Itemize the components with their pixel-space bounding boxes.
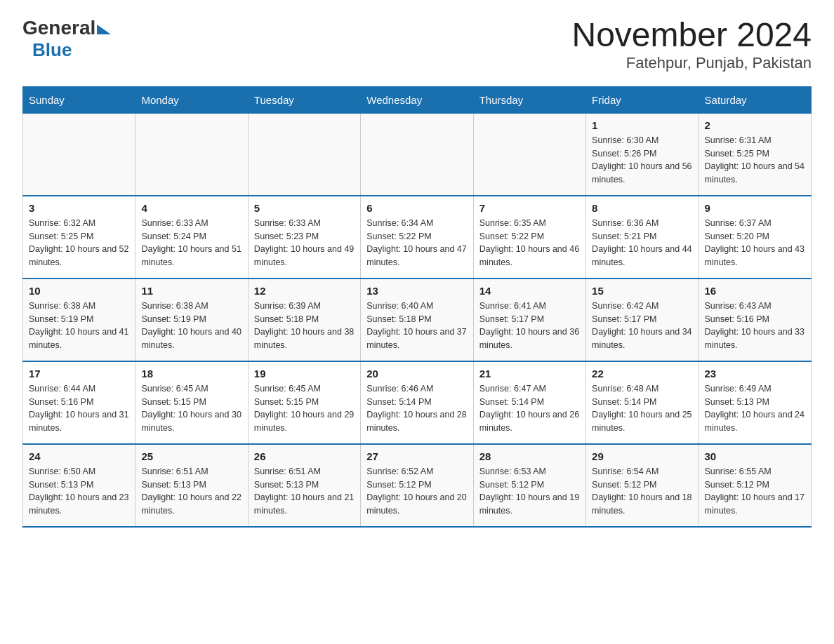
calendar-header-thursday: Thursday — [473, 86, 585, 113]
day-info: Sunrise: 6:54 AM Sunset: 5:12 PM Dayligh… — [592, 465, 692, 518]
calendar-day-cell: 9Sunrise: 6:37 AM Sunset: 5:20 PM Daylig… — [699, 196, 811, 279]
logo-triangle-icon — [97, 25, 111, 34]
calendar-day-cell: 23Sunrise: 6:49 AM Sunset: 5:13 PM Dayli… — [699, 361, 811, 444]
day-info: Sunrise: 6:30 AM Sunset: 5:26 PM Dayligh… — [592, 134, 692, 187]
calendar-day-cell: 2Sunrise: 6:31 AM Sunset: 5:25 PM Daylig… — [699, 113, 811, 196]
calendar-day-cell: 20Sunrise: 6:46 AM Sunset: 5:14 PM Dayli… — [361, 361, 473, 444]
day-info: Sunrise: 6:45 AM Sunset: 5:15 PM Dayligh… — [141, 382, 241, 435]
day-number: 30 — [705, 450, 805, 462]
day-info: Sunrise: 6:36 AM Sunset: 5:21 PM Dayligh… — [592, 217, 692, 269]
day-info: Sunrise: 6:35 AM Sunset: 5:22 PM Dayligh… — [479, 217, 580, 269]
day-number: 22 — [592, 368, 692, 380]
day-number: 26 — [254, 450, 355, 462]
day-number: 27 — [366, 450, 467, 462]
calendar-day-cell: 5Sunrise: 6:33 AM Sunset: 5:23 PM Daylig… — [248, 196, 360, 279]
day-number: 5 — [254, 202, 355, 214]
day-number: 19 — [254, 368, 355, 380]
day-number: 2 — [705, 119, 805, 131]
day-info: Sunrise: 6:41 AM Sunset: 5:17 PM Dayligh… — [479, 300, 580, 352]
day-info: Sunrise: 6:51 AM Sunset: 5:13 PM Dayligh… — [141, 465, 241, 518]
calendar-header-saturday: Saturday — [699, 86, 811, 113]
calendar-header-monday: Monday — [135, 86, 248, 113]
day-number: 20 — [366, 368, 467, 380]
title-block: November 2024 Fatehpur, Punjab, Pakistan — [571, 17, 812, 72]
day-number: 11 — [141, 285, 241, 297]
calendar-day-cell: 3Sunrise: 6:32 AM Sunset: 5:25 PM Daylig… — [23, 196, 135, 279]
calendar-day-cell: 22Sunrise: 6:48 AM Sunset: 5:14 PM Dayli… — [586, 361, 699, 444]
day-info: Sunrise: 6:49 AM Sunset: 5:13 PM Dayligh… — [705, 382, 805, 435]
day-number: 28 — [479, 450, 580, 462]
calendar-day-cell: 17Sunrise: 6:44 AM Sunset: 5:16 PM Dayli… — [23, 361, 135, 444]
day-number: 25 — [141, 450, 241, 462]
day-number: 6 — [366, 202, 467, 214]
day-number: 7 — [479, 202, 580, 214]
calendar-header-tuesday: Tuesday — [248, 86, 360, 113]
day-number: 18 — [141, 368, 241, 380]
calendar-day-cell: 11Sunrise: 6:38 AM Sunset: 5:19 PM Dayli… — [135, 279, 248, 361]
day-number: 8 — [592, 202, 692, 214]
calendar-day-cell — [135, 113, 248, 196]
calendar-week-row: 24Sunrise: 6:50 AM Sunset: 5:13 PM Dayli… — [23, 444, 812, 527]
day-info: Sunrise: 6:50 AM Sunset: 5:13 PM Dayligh… — [29, 465, 129, 518]
day-number: 12 — [254, 285, 355, 297]
calendar-table: SundayMondayTuesdayWednesdayThursdayFrid… — [22, 86, 812, 528]
logo-general-text: General — [22, 17, 95, 39]
calendar-day-cell — [23, 113, 135, 196]
day-number: 29 — [592, 450, 692, 462]
day-number: 1 — [592, 119, 692, 131]
calendar-day-cell: 21Sunrise: 6:47 AM Sunset: 5:14 PM Dayli… — [473, 361, 585, 444]
day-info: Sunrise: 6:33 AM Sunset: 5:23 PM Dayligh… — [254, 217, 355, 269]
day-info: Sunrise: 6:43 AM Sunset: 5:16 PM Dayligh… — [705, 300, 805, 352]
day-number: 23 — [705, 368, 805, 380]
day-info: Sunrise: 6:40 AM Sunset: 5:18 PM Dayligh… — [366, 300, 467, 352]
calendar-day-cell: 12Sunrise: 6:39 AM Sunset: 5:18 PM Dayli… — [248, 279, 360, 361]
day-number: 3 — [29, 202, 129, 214]
day-number: 9 — [705, 202, 805, 214]
day-info: Sunrise: 6:38 AM Sunset: 5:19 PM Dayligh… — [141, 300, 241, 352]
calendar-day-cell: 27Sunrise: 6:52 AM Sunset: 5:12 PM Dayli… — [361, 444, 473, 527]
page-title: November 2024 — [571, 17, 812, 54]
calendar-header-friday: Friday — [586, 86, 699, 113]
calendar-day-cell — [361, 113, 473, 196]
day-number: 15 — [592, 285, 692, 297]
calendar-day-cell: 26Sunrise: 6:51 AM Sunset: 5:13 PM Dayli… — [248, 444, 360, 527]
calendar-week-row: 10Sunrise: 6:38 AM Sunset: 5:19 PM Dayli… — [23, 279, 812, 361]
calendar-week-row: 1Sunrise: 6:30 AM Sunset: 5:26 PM Daylig… — [23, 113, 812, 196]
day-number: 4 — [141, 202, 241, 214]
day-info: Sunrise: 6:39 AM Sunset: 5:18 PM Dayligh… — [254, 300, 355, 352]
day-number: 24 — [29, 450, 129, 462]
day-info: Sunrise: 6:51 AM Sunset: 5:13 PM Dayligh… — [254, 465, 355, 518]
day-info: Sunrise: 6:53 AM Sunset: 5:12 PM Dayligh… — [479, 465, 580, 518]
day-info: Sunrise: 6:31 AM Sunset: 5:25 PM Dayligh… — [705, 134, 805, 187]
day-info: Sunrise: 6:42 AM Sunset: 5:17 PM Dayligh… — [592, 300, 692, 352]
calendar-day-cell: 6Sunrise: 6:34 AM Sunset: 5:22 PM Daylig… — [361, 196, 473, 279]
day-number: 13 — [366, 285, 467, 297]
calendar-day-cell — [248, 113, 360, 196]
calendar-day-cell: 15Sunrise: 6:42 AM Sunset: 5:17 PM Dayli… — [586, 279, 699, 361]
calendar-day-cell: 14Sunrise: 6:41 AM Sunset: 5:17 PM Dayli… — [473, 279, 585, 361]
day-number: 10 — [29, 285, 129, 297]
day-number: 17 — [29, 368, 129, 380]
day-info: Sunrise: 6:34 AM Sunset: 5:22 PM Dayligh… — [366, 217, 467, 269]
day-info: Sunrise: 6:48 AM Sunset: 5:14 PM Dayligh… — [592, 382, 692, 435]
day-info: Sunrise: 6:37 AM Sunset: 5:20 PM Dayligh… — [705, 217, 805, 269]
calendar-day-cell: 30Sunrise: 6:55 AM Sunset: 5:12 PM Dayli… — [699, 444, 811, 527]
calendar-day-cell: 10Sunrise: 6:38 AM Sunset: 5:19 PM Dayli… — [23, 279, 135, 361]
calendar-day-cell: 16Sunrise: 6:43 AM Sunset: 5:16 PM Dayli… — [699, 279, 811, 361]
calendar-day-cell: 19Sunrise: 6:45 AM Sunset: 5:15 PM Dayli… — [248, 361, 360, 444]
calendar-day-cell — [473, 113, 585, 196]
calendar-day-cell: 8Sunrise: 6:36 AM Sunset: 5:21 PM Daylig… — [586, 196, 699, 279]
day-info: Sunrise: 6:32 AM Sunset: 5:25 PM Dayligh… — [29, 217, 129, 269]
calendar-day-cell: 28Sunrise: 6:53 AM Sunset: 5:12 PM Dayli… — [473, 444, 585, 527]
calendar-header-sunday: Sunday — [23, 86, 135, 113]
calendar-day-cell: 24Sunrise: 6:50 AM Sunset: 5:13 PM Dayli… — [23, 444, 135, 527]
calendar-day-cell: 13Sunrise: 6:40 AM Sunset: 5:18 PM Dayli… — [361, 279, 473, 361]
day-number: 14 — [479, 285, 580, 297]
day-number: 16 — [705, 285, 805, 297]
calendar-header-row: SundayMondayTuesdayWednesdayThursdayFrid… — [23, 86, 812, 113]
calendar-day-cell: 7Sunrise: 6:35 AM Sunset: 5:22 PM Daylig… — [473, 196, 585, 279]
day-info: Sunrise: 6:33 AM Sunset: 5:24 PM Dayligh… — [141, 217, 241, 269]
day-info: Sunrise: 6:38 AM Sunset: 5:19 PM Dayligh… — [29, 300, 129, 352]
calendar-day-cell: 1Sunrise: 6:30 AM Sunset: 5:26 PM Daylig… — [586, 113, 699, 196]
day-number: 21 — [479, 368, 580, 380]
